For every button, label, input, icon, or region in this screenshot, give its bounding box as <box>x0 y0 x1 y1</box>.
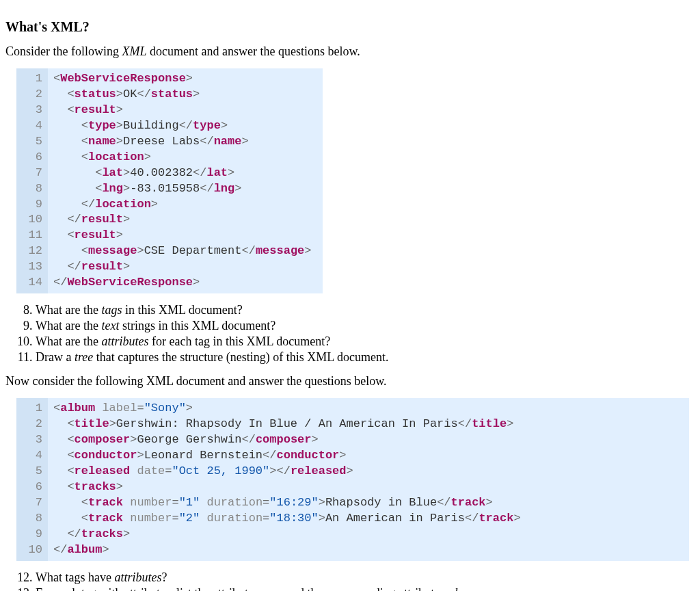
line-number: 7 <box>16 495 48 511</box>
code-line: <location> <box>48 150 323 166</box>
line-number: 5 <box>16 134 48 150</box>
code-line: </location> <box>48 197 323 213</box>
code-line: <conductor>Leonard Bernstein</conductor> <box>48 448 689 464</box>
xml-code-block-1: 1<WebServiceResponse>2 <status>OK</statu… <box>16 68 323 293</box>
line-number: 1 <box>16 398 48 417</box>
code-line: <track number="1" duration="16:29">Rhaps… <box>48 495 689 511</box>
line-number: 9 <box>16 197 48 213</box>
line-number: 5 <box>16 464 48 480</box>
code-line: </result> <box>48 212 323 228</box>
line-number: 9 <box>16 527 48 542</box>
code-line: <released date="Oct 25, 1990"></released… <box>48 464 689 480</box>
emphasis: name <box>256 586 283 592</box>
question-item: What are the tags in this XML document? <box>36 303 695 317</box>
code-line: <track number="2" duration="18:30">An Am… <box>48 511 689 527</box>
question-item: What tags have attributes? <box>36 570 695 585</box>
code-line: <lat>40.002382</lat> <box>48 166 323 181</box>
code-line: <type>Building</type> <box>48 118 323 134</box>
line-number: 4 <box>16 118 48 134</box>
line-number: 2 <box>16 417 48 432</box>
question-item: What are the attributes for each tag in … <box>36 334 695 349</box>
code-line: <status>OK</status> <box>48 87 323 103</box>
line-number: 4 <box>16 448 48 464</box>
code-line: <result> <box>48 103 323 118</box>
emphasis: attributes <box>114 570 161 584</box>
code-line: <composer>George Gershwin</composer> <box>48 432 689 448</box>
emphasis: text <box>101 319 119 332</box>
intro-paragraph-1: Consider the following XML document and … <box>5 44 695 59</box>
line-number: 8 <box>16 511 48 527</box>
code-line: <WebServiceResponse> <box>48 68 323 87</box>
line-number: 10 <box>16 542 48 561</box>
line-number: 3 <box>16 432 48 448</box>
code-line: </tracks> <box>48 527 689 542</box>
code-line: </result> <box>48 259 323 275</box>
emphasis: tags <box>101 303 122 317</box>
code-line: <tracks> <box>48 480 689 495</box>
line-number: 3 <box>16 103 48 118</box>
code-line: <title>Gershwin: Rhapsody In Blue / An A… <box>48 417 689 432</box>
emphasis: tree <box>75 350 93 364</box>
line-number: 2 <box>16 87 48 103</box>
line-number: 8 <box>16 181 48 197</box>
code-line: <album label="Sony"> <box>48 398 689 417</box>
question-item: Draw a tree that captures the structure … <box>36 350 695 365</box>
code-line: <name>Dreese Labs</name> <box>48 134 323 150</box>
line-number: 7 <box>16 166 48 181</box>
line-number: 11 <box>16 228 48 244</box>
line-number: 6 <box>16 480 48 495</box>
xml-code-block-2: 1<album label="Sony">2 <title>Gershwin: … <box>16 398 689 560</box>
line-number: 10 <box>16 212 48 228</box>
code-line: </WebServiceResponse> <box>48 275 323 293</box>
code-line: <message>CSE Department</message> <box>48 244 323 259</box>
line-number: 1 <box>16 68 48 87</box>
questions-list-b: What tags have attributes?For each tag w… <box>8 570 695 592</box>
question-item: For each tag with attributes, list the a… <box>36 586 695 592</box>
line-number: 14 <box>16 275 48 293</box>
emphasis: value <box>443 586 470 592</box>
code-line: <lng>-83.015958</lng> <box>48 181 323 197</box>
code-line: <result> <box>48 228 323 244</box>
question-item: What are the text strings in this XML do… <box>36 319 695 333</box>
intro-paragraph-2: Now consider the following XML document … <box>5 374 695 389</box>
emphasis: attributes <box>101 334 148 348</box>
section-heading: What's XML? <box>5 19 695 35</box>
line-number: 6 <box>16 150 48 166</box>
emphasis: XML <box>122 44 146 58</box>
code-line: </album> <box>48 542 689 561</box>
questions-list-a: What are the tags in this XML document?W… <box>8 303 695 365</box>
line-number: 12 <box>16 244 48 259</box>
line-number: 13 <box>16 259 48 275</box>
